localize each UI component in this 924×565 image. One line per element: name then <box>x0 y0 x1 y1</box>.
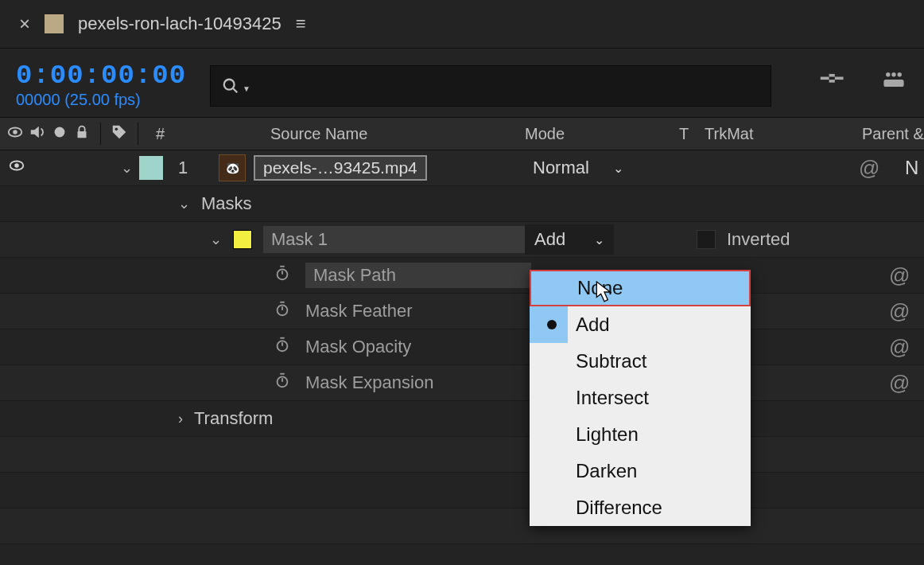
transform-group-label: Transform <box>194 408 273 429</box>
search-icon <box>222 77 239 95</box>
chevron-down-icon: ⌄ <box>594 232 604 247</box>
svg-point-15 <box>115 127 118 131</box>
lock-column-icon[interactable] <box>73 123 91 145</box>
tab-color-swatch[interactable] <box>45 14 64 33</box>
svg-point-6 <box>886 72 890 76</box>
chevron-down-icon: ⌄ <box>613 161 623 176</box>
mask-mode-option-none[interactable]: None <box>530 270 751 306</box>
empty-row <box>0 473 924 509</box>
transform-group-row[interactable]: › Transform <box>0 401 924 437</box>
trkmat-column-header[interactable]: TrkMat <box>705 125 753 143</box>
mask-row[interactable]: ⌄ Mask 1 Add ⌄ Inverted <box>0 222 924 258</box>
mask-path-row[interactable]: Mask Path @ <box>0 258 924 294</box>
mask-mode-option-add[interactable]: Add <box>530 306 751 343</box>
svg-point-13 <box>55 127 65 137</box>
layer-row[interactable]: ⌄ 1 🐼 pexels-…93425.mp4 Normal ⌄ @ N <box>0 150 924 186</box>
mask-mode-option-subtract[interactable]: Subtract <box>530 343 751 380</box>
property-pickwhip-icon[interactable]: @ <box>889 263 910 288</box>
layer-label-color[interactable] <box>139 156 163 180</box>
stopwatch-icon[interactable] <box>274 372 291 394</box>
mask-feather-row[interactable]: Mask Feather @ <box>0 294 924 329</box>
layer-name[interactable]: pexels-…93425.mp4 <box>254 155 427 181</box>
masks-disclosure-icon[interactable]: ⌄ <box>178 195 190 212</box>
stopwatch-icon[interactable] <box>274 336 291 358</box>
svg-rect-2 <box>821 77 829 80</box>
svg-marker-12 <box>31 126 39 138</box>
source-name-column-header[interactable]: Source Name <box>270 125 367 143</box>
transform-disclosure-icon[interactable]: › <box>178 411 183 427</box>
mask-name[interactable]: Mask 1 <box>263 226 549 253</box>
search-dropdown-icon[interactable]: ▼ <box>243 84 250 93</box>
masks-group-label: Masks <box>201 193 252 214</box>
composition-tab-bar: × pexels-ron-lach-10493425 ≡ <box>0 0 924 49</box>
mask-mode-option-lighten[interactable]: Lighten <box>530 416 751 453</box>
empty-row <box>0 437 924 473</box>
tab-title[interactable]: pexels-ron-lach-10493425 <box>78 14 281 34</box>
audio-column-icon[interactable] <box>29 123 46 145</box>
shy-layers-icon[interactable] <box>819 68 848 96</box>
mask-inverted-checkbox[interactable] <box>697 230 716 249</box>
svg-rect-5 <box>829 80 835 83</box>
mask-expansion-label: Mask Expansion <box>305 372 433 393</box>
mask-expansion-row[interactable]: Mask Expansion @ <box>0 365 924 401</box>
layer-blend-mode-dropdown[interactable]: Normal ⌄ <box>525 154 631 181</box>
mask-mode-option-intersect[interactable]: Intersect <box>530 380 751 416</box>
frame-rate-display: 00000 (25.00 fps) <box>16 91 186 109</box>
svg-point-8 <box>898 72 902 76</box>
parent-value[interactable]: N <box>905 157 918 179</box>
layer-blend-mode-value: Normal <box>533 158 589 178</box>
parent-column-header[interactable]: Parent & <box>862 125 924 143</box>
stopwatch-icon[interactable] <box>274 264 291 286</box>
video-column-icon[interactable] <box>6 123 24 145</box>
track-matte-t-column-header[interactable]: T <box>679 125 689 143</box>
current-timecode[interactable]: 0:00:00:00 <box>16 60 186 91</box>
svg-point-11 <box>13 130 17 134</box>
layer-thumbnail-icon: 🐼 <box>219 154 246 181</box>
svg-point-0 <box>224 80 235 90</box>
current-selection-dot-icon <box>547 320 557 329</box>
panel-menu-icon[interactable]: ≡ <box>296 14 306 34</box>
property-pickwhip-icon[interactable]: @ <box>889 335 910 360</box>
property-pickwhip-icon[interactable]: @ <box>889 299 910 324</box>
mask-opacity-label: Mask Opacity <box>305 337 411 357</box>
svg-rect-14 <box>78 131 87 138</box>
timeline-search-input[interactable]: ▼ <box>210 65 771 107</box>
svg-rect-4 <box>829 74 835 77</box>
masks-group-row[interactable]: ⌄ Masks <box>0 186 924 222</box>
mask-inverted-label: Inverted <box>727 229 790 250</box>
timeline-column-header: # Source Name Mode T TrkMat Parent & <box>0 117 924 150</box>
visibility-eye-icon[interactable] <box>8 157 25 179</box>
property-pickwhip-icon[interactable]: @ <box>889 371 910 396</box>
mask-color-swatch[interactable] <box>233 230 252 249</box>
mask-mode-option-darken[interactable]: Darken <box>530 453 751 489</box>
mask-mode-dropdown[interactable]: Add ⌄ <box>525 224 614 255</box>
frame-blend-icon[interactable] <box>879 68 908 96</box>
mask-mode-dropdown-list: None Add Subtract Intersect Lighten Dark… <box>530 270 751 526</box>
mask-feather-label: Mask Feather <box>305 301 413 321</box>
svg-point-7 <box>891 72 895 76</box>
close-tab-icon[interactable]: × <box>19 13 30 35</box>
svg-line-1 <box>233 88 238 93</box>
mode-column-header[interactable]: Mode <box>525 125 565 143</box>
parent-pickwhip-icon[interactable]: @ <box>859 156 879 181</box>
solo-column-icon[interactable] <box>51 123 68 145</box>
layer-index: 1 <box>171 158 195 178</box>
label-column-icon[interactable] <box>111 123 128 145</box>
svg-rect-3 <box>835 77 844 80</box>
mask-disclosure-icon[interactable]: ⌄ <box>210 231 222 248</box>
empty-row <box>0 509 924 544</box>
svg-rect-9 <box>883 80 903 87</box>
index-column-header[interactable]: # <box>148 125 173 143</box>
mask-mode-option-label: Add <box>576 314 610 336</box>
mask-mode-value: Add <box>534 229 565 250</box>
stopwatch-icon[interactable] <box>274 300 291 322</box>
mask-mode-option-difference[interactable]: Difference <box>530 489 751 526</box>
svg-point-17 <box>14 163 19 168</box>
mask-opacity-row[interactable]: Mask Opacity @ <box>0 329 924 365</box>
mask-path-label: Mask Path <box>305 263 531 288</box>
layer-disclosure-icon[interactable]: ⌄ <box>121 159 133 177</box>
